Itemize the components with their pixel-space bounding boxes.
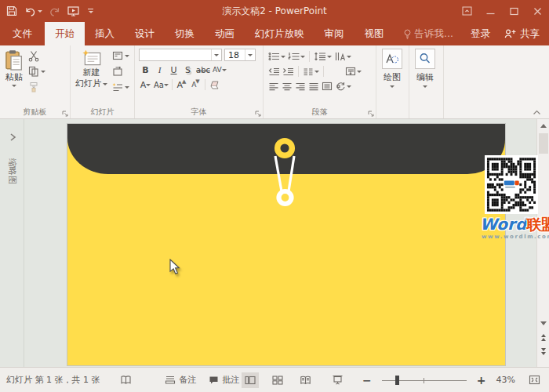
- paragraph-dialog-launcher[interactable]: [368, 111, 374, 117]
- ribbon: 粘贴 剪贴板: [0, 45, 549, 119]
- expand-thumbnails-chevron-icon[interactable]: [9, 133, 16, 141]
- tab-review[interactable]: 审阅: [314, 22, 354, 45]
- section-button[interactable]: [112, 82, 129, 93]
- text-direction-button[interactable]: [334, 52, 351, 61]
- slide-counter[interactable]: 幻灯片 第 1 张，共 1 张: [6, 374, 100, 386]
- watermark: Word联盟 www.wordlm.com: [480, 155, 549, 214]
- reset-slide-button[interactable]: [112, 66, 129, 77]
- drawing-group: 绘图: [376, 45, 409, 118]
- numbering-button[interactable]: [288, 52, 305, 61]
- scrollbar-thumb[interactable]: [539, 133, 548, 154]
- redo-button[interactable]: [49, 6, 60, 16]
- ribbon-display-options-button[interactable]: [455, 0, 478, 22]
- scroll-down-button[interactable]: [538, 318, 549, 329]
- line-spacing-dropdown-icon: [327, 56, 332, 58]
- increase-font-size-button[interactable]: A▲: [175, 78, 188, 91]
- new-slide-button[interactable]: 新建 幻灯片: [72, 48, 111, 107]
- envelope-string-tie-shape[interactable]: [67, 124, 505, 365]
- italic-button[interactable]: I: [153, 64, 166, 76]
- change-case-button[interactable]: Aa: [153, 78, 169, 91]
- layout-button[interactable]: [112, 50, 129, 61]
- next-slide-button[interactable]: [538, 346, 549, 358]
- font-name-dropdown-icon[interactable]: [211, 49, 221, 60]
- view-slide-sorter-button[interactable]: [269, 372, 286, 388]
- view-slideshow-button[interactable]: [329, 372, 346, 388]
- tab-animations[interactable]: 动画: [205, 22, 245, 45]
- previous-slide-button[interactable]: [538, 332, 549, 343]
- zoom-percent[interactable]: 43%: [496, 375, 515, 385]
- font-size-combo[interactable]: 18: [224, 49, 256, 61]
- undo-dropdown-icon[interactable]: [38, 10, 42, 13]
- decrease-font-size-button[interactable]: A▼: [189, 78, 202, 91]
- tab-view[interactable]: 视图: [354, 22, 394, 45]
- fit-slide-to-window-button[interactable]: [525, 372, 543, 388]
- tab-file[interactable]: 文件: [0, 22, 45, 45]
- zoom-slider-thumb[interactable]: [395, 376, 399, 385]
- close-button[interactable]: [525, 0, 549, 22]
- collapse-ribbon-button[interactable]: [533, 110, 541, 115]
- editing-button[interactable]: 编辑: [411, 48, 439, 88]
- font-dialog-launcher[interactable]: [255, 111, 261, 117]
- paste-dropdown-icon[interactable]: [12, 85, 16, 87]
- bullets-button[interactable]: [268, 52, 285, 61]
- cut-button[interactable]: [28, 50, 45, 61]
- font-size-dropdown-icon[interactable]: [245, 49, 255, 60]
- increase-indent-button[interactable]: [282, 67, 294, 76]
- tab-home[interactable]: 开始: [45, 22, 85, 45]
- align-center-button[interactable]: [282, 82, 293, 91]
- strikethrough-button[interactable]: abc: [195, 64, 211, 76]
- bold-button[interactable]: B: [139, 64, 152, 76]
- tab-slideshow[interactable]: 幻灯片放映: [245, 22, 314, 45]
- minimize-button[interactable]: [478, 0, 502, 22]
- layout-icon: [112, 51, 123, 60]
- convert-smartart-button[interactable]: [335, 82, 351, 91]
- justify-button[interactable]: [308, 82, 319, 91]
- align-left-button[interactable]: [268, 82, 279, 91]
- underline-button[interactable]: U: [167, 64, 180, 76]
- slide-canvas[interactable]: [67, 124, 505, 365]
- font-color-button[interactable]: A: [139, 78, 152, 91]
- tell-me-box[interactable]: 告诉我...: [395, 22, 461, 45]
- comments-button[interactable]: 批注: [209, 374, 239, 386]
- thumbnails-pane-collapsed[interactable]: 缩略图: [0, 119, 24, 367]
- copy-button[interactable]: [28, 66, 45, 77]
- clipboard-dialog-launcher[interactable]: [62, 111, 68, 117]
- format-painter-button[interactable]: [28, 82, 45, 93]
- zoom-in-button[interactable]: +: [477, 376, 486, 384]
- share-button[interactable]: 共享: [500, 22, 549, 45]
- drawing-button[interactable]: 绘图: [378, 48, 406, 88]
- character-spacing-button[interactable]: AV: [212, 64, 227, 76]
- clear-formatting-button[interactable]: [208, 78, 221, 91]
- notes-button[interactable]: 备注: [165, 374, 196, 386]
- tab-design[interactable]: 设计: [125, 22, 165, 45]
- tab-insert[interactable]: 插入: [85, 22, 125, 45]
- save-icon: [6, 5, 17, 16]
- line-spacing-button[interactable]: [314, 52, 332, 61]
- tab-transitions[interactable]: 切换: [165, 22, 205, 45]
- sign-in-button[interactable]: 登录: [461, 22, 500, 45]
- text-shadow-button[interactable]: S: [181, 64, 195, 76]
- view-reading-button[interactable]: [296, 372, 314, 388]
- zoom-out-button[interactable]: −: [362, 376, 372, 384]
- columns-layout-button[interactable]: [322, 82, 333, 91]
- brand-url: www.wordlm.com: [482, 234, 549, 240]
- decrease-indent-button[interactable]: [268, 67, 280, 76]
- save-button[interactable]: [6, 5, 17, 16]
- scroll-down-icon: [540, 321, 547, 325]
- start-slideshow-button[interactable]: [67, 5, 81, 16]
- paste-button[interactable]: 粘贴: [2, 48, 27, 107]
- divider: [298, 66, 299, 77]
- customize-qat-button[interactable]: [88, 9, 93, 13]
- align-text-button[interactable]: [345, 67, 362, 76]
- maximize-button[interactable]: [502, 0, 525, 22]
- zoom-slider[interactable]: [382, 376, 467, 385]
- font-name-combo[interactable]: [139, 49, 222, 61]
- scroll-up-button[interactable]: [538, 120, 549, 132]
- view-slideshow-icon: [332, 375, 344, 385]
- columns-button[interactable]: [303, 67, 319, 76]
- undo-button[interactable]: [24, 6, 42, 16]
- spell-check-button[interactable]: [120, 375, 132, 385]
- view-normal-button[interactable]: [242, 372, 259, 388]
- align-right-button[interactable]: [295, 82, 306, 91]
- section-dropdown-icon: [125, 86, 129, 89]
